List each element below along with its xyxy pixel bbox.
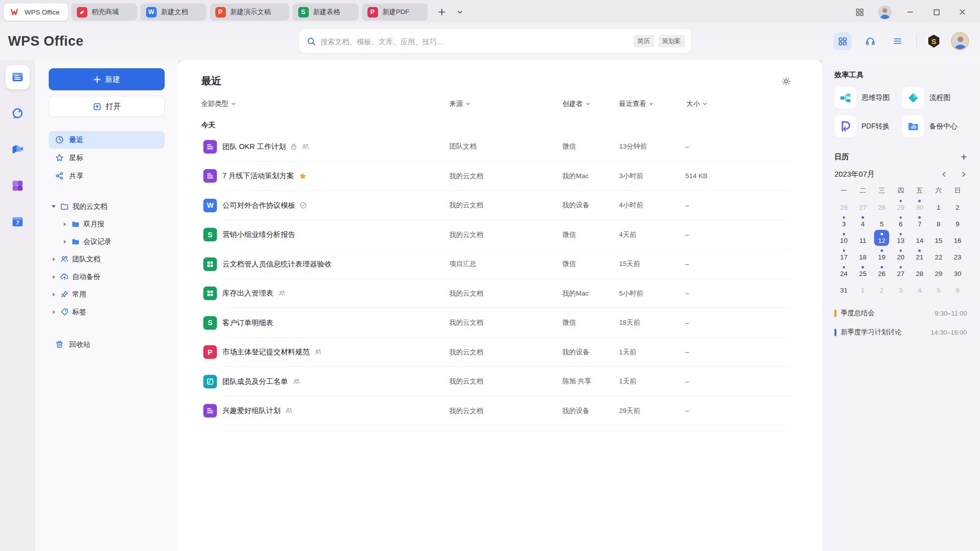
new-document-button[interactable]: 新建 <box>49 68 165 90</box>
calendar-day[interactable]: 19 <box>872 246 891 262</box>
calendar-day[interactable]: 3 <box>891 279 910 296</box>
event-item[interactable]: 季度总结会9:30–11:00 <box>834 304 967 323</box>
calendar-day[interactable]: 1 <box>929 196 948 213</box>
calendar-day[interactable]: 18 <box>853 246 873 262</box>
file-row[interactable]: S客户订单明细表我的云文档微信18天前– <box>178 308 822 338</box>
file-row[interactable]: W公司对外合作协议模板我的云文档我的设备4小时前– <box>178 191 822 220</box>
tab-wps-home[interactable]: WPS Office <box>4 4 68 21</box>
calendar-day[interactable]: 31 <box>834 279 853 296</box>
calendar-day[interactable]: 30 <box>948 262 967 279</box>
sidebar-item-my-cloud-docs[interactable]: 我的云文档 <box>49 198 165 215</box>
calendar-day[interactable]: 26 <box>834 196 853 213</box>
file-row[interactable]: 团队 OKR 工作计划团队文档微信13分钟前– <box>178 132 822 162</box>
calendar-day[interactable]: 23 <box>948 246 967 262</box>
sidebar-item-auto-backup[interactable]: 自动备份 <box>49 268 165 286</box>
maximize-button[interactable] <box>929 5 944 20</box>
tool-mindmap[interactable]: 思维导图 <box>834 87 899 109</box>
sidebar-item-meeting-notes[interactable]: 会议记录 <box>49 233 165 250</box>
calendar-day[interactable]: 10 <box>834 229 853 246</box>
add-event-button[interactable]: + <box>961 152 967 162</box>
calendar-day[interactable]: 4 <box>853 213 873 229</box>
calendar-day[interactable]: 1 <box>853 279 873 296</box>
apps-grid-icon[interactable] <box>833 32 851 50</box>
rail-item-calendar[interactable]: 7 <box>6 210 30 234</box>
svip-badge-icon[interactable]: S <box>926 34 941 49</box>
chevron-right-icon[interactable] <box>51 257 57 261</box>
avatar[interactable] <box>878 6 892 19</box>
search-bar[interactable]: 简历 策划案 <box>299 30 691 53</box>
sidebar-item-bimonthly-report[interactable]: 双月报 <box>49 215 165 233</box>
calendar-day[interactable]: 8 <box>929 213 948 229</box>
tool-flowchart[interactable]: 流程图 <box>902 87 967 109</box>
minimize-button[interactable] <box>903 5 918 20</box>
calendar-day[interactable]: 28 <box>910 262 929 279</box>
headset-icon[interactable] <box>861 32 879 50</box>
chevron-right-icon[interactable] <box>51 293 57 297</box>
calendar-day[interactable]: 4 <box>910 279 929 296</box>
search-tag-plan[interactable]: 策划案 <box>658 35 685 48</box>
calendar-day[interactable]: 5 <box>929 279 948 296</box>
calendar-day[interactable]: 2 <box>872 279 891 296</box>
chevron-left-icon[interactable] <box>941 171 947 178</box>
tab-docer-store[interactable]: 稻壳商城 <box>71 4 137 21</box>
sidebar-item-starred[interactable]: 星标 <box>49 149 165 167</box>
event-item[interactable]: 新季度学习计划讨论14:30–16:00 <box>834 323 967 342</box>
tab-menu-button[interactable] <box>453 6 466 19</box>
menu-icon[interactable] <box>889 32 907 50</box>
filter-size[interactable]: 大小 <box>686 99 707 108</box>
calendar-day[interactable]: 2 <box>948 196 967 213</box>
calendar-day[interactable]: 7 <box>910 213 929 229</box>
calendar-day[interactable]: 6 <box>948 279 967 296</box>
file-row[interactable]: 云文档管人员信息统计表理器验收项目汇总微信15天前– <box>178 249 822 279</box>
calendar-day[interactable]: 24 <box>834 262 853 279</box>
filter-type[interactable]: 全部类型 <box>201 99 236 108</box>
search-input[interactable] <box>320 37 630 45</box>
calendar-day[interactable]: 6 <box>891 213 910 229</box>
sidebar-item-team-docs[interactable]: 团队文档 <box>49 250 165 268</box>
sidebar-item-tags[interactable]: 标签 <box>49 303 165 321</box>
calendar-day[interactable]: 20 <box>891 246 910 262</box>
calendar-day[interactable]: 17 <box>834 246 853 262</box>
filter-creator[interactable]: 创建者 <box>562 99 590 108</box>
rail-item-messages[interactable] <box>6 101 30 125</box>
rail-item-documents[interactable] <box>6 65 30 89</box>
calendar-day[interactable]: 21 <box>910 246 929 262</box>
calendar-day[interactable]: 30 <box>910 196 929 213</box>
calendar-day[interactable]: 14 <box>910 229 929 246</box>
gear-icon[interactable] <box>781 76 791 86</box>
sidebar-item-trash[interactable]: 回收站 <box>49 336 165 353</box>
calendar-day[interactable]: 13 <box>891 229 910 246</box>
tool-backup-center[interactable]: 备份中心 <box>902 115 967 137</box>
open-file-button[interactable]: 打开 <box>49 96 165 117</box>
tab-new-sheet[interactable]: S新建表格 <box>293 4 358 21</box>
calendar-day[interactable]: 29 <box>929 262 948 279</box>
chevron-right-icon[interactable] <box>62 240 68 244</box>
calendar-day[interactable]: 12 <box>872 229 891 246</box>
calendar-day[interactable]: 27 <box>853 196 873 213</box>
tab-new-ppt[interactable]: P新建演示文稿 <box>210 4 289 21</box>
filter-viewed[interactable]: 最近查看 <box>619 99 654 108</box>
calendar-day[interactable]: 28 <box>872 196 891 213</box>
calendar-day[interactable]: 9 <box>948 213 967 229</box>
rail-item-apps[interactable] <box>6 174 30 198</box>
chevron-right-icon[interactable] <box>960 171 967 178</box>
calendar-day[interactable]: 3 <box>834 213 853 229</box>
chevron-down-icon[interactable] <box>51 205 57 208</box>
close-button[interactable] <box>955 5 970 20</box>
tab-new-pdf[interactable]: P新建PDF <box>362 4 428 21</box>
calendar-day[interactable]: 11 <box>853 229 873 246</box>
filter-source[interactable]: 来源 <box>449 99 470 108</box>
workspace-grid-button[interactable] <box>852 5 867 20</box>
sidebar-item-frequent[interactable]: 常用 <box>49 286 165 303</box>
file-row[interactable]: 兴趣爱好组队计划我的云文档我的设备29天前– <box>178 396 822 426</box>
calendar-day[interactable]: 16 <box>948 229 967 246</box>
file-row[interactable]: 7 月线下活动策划方案我的云文档我的Mac3小时前514 KB <box>178 162 822 191</box>
file-row[interactable]: P市场主体登记提交材料规范我的云文档我的设备1天前– <box>178 338 822 367</box>
sidebar-item-recent[interactable]: 最近 <box>49 131 165 149</box>
file-row[interactable]: 团队成员及分工名单我的云文档陈旭 共享1天前– <box>178 367 822 396</box>
calendar-day[interactable]: 29 <box>891 196 910 213</box>
search-tag-resume[interactable]: 简历 <box>634 35 654 48</box>
chevron-right-icon[interactable] <box>51 310 57 314</box>
tool-pdf-convert[interactable]: PDF转换 <box>834 115 899 137</box>
calendar-day[interactable]: 26 <box>872 262 891 279</box>
